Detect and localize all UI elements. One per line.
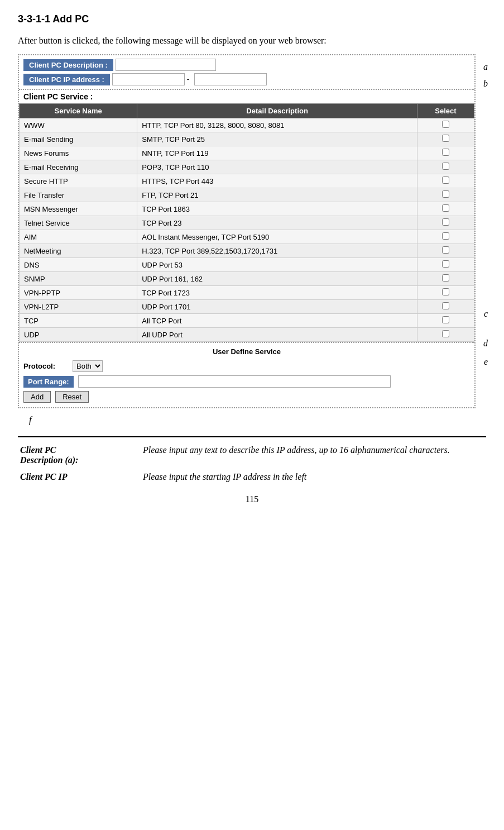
- port-range-row: Port Range:: [23, 375, 470, 388]
- service-name-cell: TCP: [20, 314, 137, 328]
- service-desc-cell: NNTP, TCP Port 119: [137, 146, 417, 160]
- service-checkbox[interactable]: [442, 121, 449, 128]
- ip-label: Client PC IP address :: [23, 74, 110, 85]
- service-desc-cell: HTTP, TCP Port 80, 3128, 8000, 8080, 808…: [137, 118, 417, 132]
- service-select-cell: [417, 118, 474, 132]
- desc-divider: [18, 436, 486, 437]
- service-select-cell: [417, 314, 474, 328]
- user-define-section: User Define Service Protocol: Both TCP U…: [19, 342, 474, 407]
- table-row: Secure HTTPHTTPS, TCP Port 443: [20, 174, 474, 188]
- annotation-c: c: [484, 309, 488, 319]
- desc-input[interactable]: [116, 59, 216, 71]
- service-desc-cell: POP3, TCP Port 110: [137, 160, 417, 174]
- service-checkbox[interactable]: [442, 330, 449, 337]
- annotation-b: b: [483, 79, 488, 89]
- service-checkbox[interactable]: [442, 288, 449, 295]
- service-name-cell: MSN Messenger: [20, 202, 137, 216]
- user-define-title: User Define Service: [23, 347, 470, 356]
- service-select-cell: [417, 328, 474, 342]
- service-desc-cell: All TCP Port: [137, 314, 417, 328]
- service-desc-cell: SMTP, TCP Port 25: [137, 132, 417, 146]
- service-select-cell: [417, 216, 474, 230]
- reset-button[interactable]: Reset: [55, 391, 89, 403]
- service-name-cell: Secure HTTP: [20, 174, 137, 188]
- top-fields: Client PC Description : Client PC IP add…: [19, 55, 474, 90]
- service-select-cell: [417, 132, 474, 146]
- service-checkbox[interactable]: [442, 177, 449, 184]
- desc-definition: Please input any text to describe this I…: [141, 442, 486, 469]
- desc-term: Client PC Description (a):: [18, 442, 141, 469]
- service-checkbox[interactable]: [442, 204, 449, 212]
- service-select-cell: [417, 188, 474, 202]
- service-checkbox[interactable]: [442, 232, 449, 240]
- service-checkbox[interactable]: [442, 218, 449, 226]
- page-number: 115: [18, 494, 486, 504]
- service-name-cell: NetMeeting: [20, 244, 137, 258]
- ip-end-input[interactable]: [194, 73, 267, 85]
- service-select-cell: [417, 146, 474, 160]
- col-detail-desc: Detail Description: [137, 104, 417, 118]
- service-checkbox[interactable]: [442, 149, 449, 156]
- protocol-label: Protocol:: [23, 362, 68, 370]
- ip-field-row: Client PC IP address : -: [23, 73, 470, 85]
- service-checkbox[interactable]: [442, 316, 449, 323]
- add-button[interactable]: Add: [23, 391, 51, 403]
- port-range-label: Port Range:: [23, 376, 74, 388]
- table-row: File TransferFTP, TCP Port 21: [20, 188, 474, 202]
- table-row: VPN-L2TPUDP Port 1701: [20, 300, 474, 314]
- annotation-d: d: [483, 338, 488, 349]
- service-desc-cell: TCP Port 23: [137, 216, 417, 230]
- desc-label: Client PC Description :: [23, 59, 113, 71]
- service-select-cell: [417, 286, 474, 300]
- service-name-cell: Telnet Service: [20, 216, 137, 230]
- service-name-cell: News Forums: [20, 146, 137, 160]
- table-row: VPN-PPTPTCP Port 1723: [20, 286, 474, 300]
- table-row: Telnet ServiceTCP Port 23: [20, 216, 474, 230]
- service-checkbox[interactable]: [442, 274, 449, 282]
- table-row: News ForumsNNTP, TCP Port 119: [20, 146, 474, 160]
- col-select: Select: [417, 104, 474, 118]
- service-name-cell: File Transfer: [20, 188, 137, 202]
- table-row: UDPAll UDP Port: [20, 328, 474, 342]
- table-row: E-mail ReceivingPOP3, TCP Port 110: [20, 160, 474, 174]
- table-row: TCPAll TCP Port: [20, 314, 474, 328]
- service-select-cell: [417, 300, 474, 314]
- service-name-cell: SNMP: [20, 272, 137, 286]
- service-name-cell: E-mail Receiving: [20, 160, 137, 174]
- port-range-input[interactable]: [78, 375, 391, 388]
- service-name-cell: AIM: [20, 230, 137, 244]
- desc-term: Client PC IP: [18, 469, 141, 485]
- service-desc-cell: H.323, TCP Port 389,522,1503,1720,1731: [137, 244, 417, 258]
- protocol-select[interactable]: Both TCP UDP: [73, 360, 103, 372]
- service-checkbox[interactable]: [442, 190, 449, 198]
- service-select-cell: [417, 174, 474, 188]
- service-checkbox[interactable]: [442, 135, 449, 142]
- col-service-name: Service Name: [20, 104, 137, 118]
- service-section: Client PC Service : Service Name Detail …: [19, 90, 474, 342]
- intro-text: After button is clicked, the following m…: [18, 34, 486, 47]
- service-desc-cell: All UDP Port: [137, 328, 417, 342]
- desc-definition: Please input the starting IP address in …: [141, 469, 486, 485]
- desc-field-row: Client PC Description :: [23, 59, 470, 71]
- service-select-cell: [417, 272, 474, 286]
- ip-start-input[interactable]: [112, 73, 185, 85]
- service-checkbox[interactable]: [442, 163, 449, 170]
- protocol-row: Protocol: Both TCP UDP: [23, 360, 470, 372]
- table-row: E-mail SendingSMTP, TCP Port 25: [20, 132, 474, 146]
- ip-dash: -: [187, 75, 190, 84]
- annotation-e: e: [484, 357, 488, 367]
- service-desc-cell: TCP Port 1863: [137, 202, 417, 216]
- service-desc-cell: UDP Port 161, 162: [137, 272, 417, 286]
- service-checkbox[interactable]: [442, 246, 449, 254]
- service-desc-cell: UDP Port 53: [137, 258, 417, 272]
- service-checkbox[interactable]: [442, 302, 449, 309]
- service-name-cell: WWW: [20, 118, 137, 132]
- service-checkbox[interactable]: [442, 260, 449, 268]
- desc-row: Client PC Description (a):Please input a…: [18, 442, 486, 469]
- service-name-cell: DNS: [20, 258, 137, 272]
- table-row: SNMPUDP Port 161, 162: [20, 272, 474, 286]
- service-select-cell: [417, 160, 474, 174]
- service-table: Service Name Detail Description Select W…: [19, 103, 474, 342]
- table-row: DNSUDP Port 53: [20, 258, 474, 272]
- service-desc-cell: UDP Port 1701: [137, 300, 417, 314]
